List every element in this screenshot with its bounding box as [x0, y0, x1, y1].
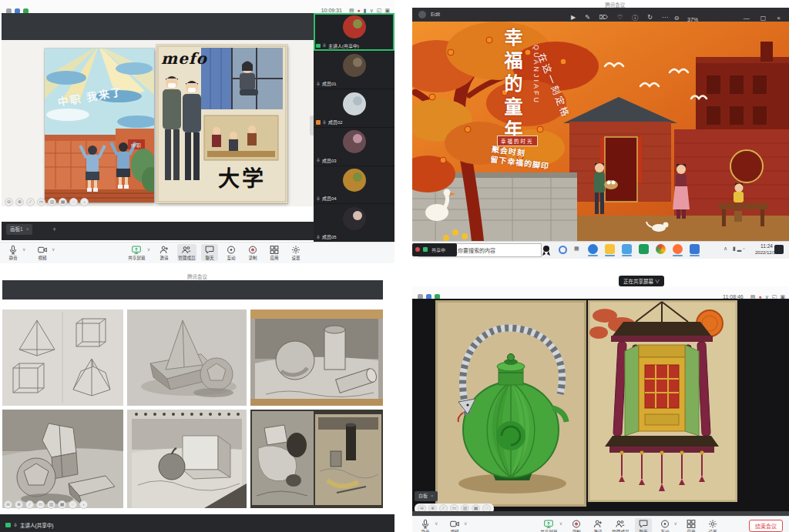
- settings-button[interactable]: 设置: [704, 518, 721, 532]
- tab-add-icon[interactable]: +: [52, 224, 56, 235]
- battery-icon[interactable]: ▮: [364, 8, 367, 13]
- favorite-icon[interactable]: ♡: [617, 14, 623, 21]
- windows-taskbar: 在这里输入你要搜索的内容 共享中 ▦ ∧ ▮▂◦ 11:24 2022/12/1…: [412, 241, 789, 259]
- maximize-icon[interactable]: ▢: [760, 15, 767, 22]
- annotation-tool-icon[interactable]: ▭: [36, 500, 45, 509]
- caret-down-icon[interactable]: ∨: [464, 520, 467, 526]
- zoom-out-icon[interactable]: ⊖: [674, 15, 680, 22]
- annotation-tool-icon[interactable]: ▦: [58, 500, 66, 509]
- annotation-tool-icon[interactable]: ∕: [439, 504, 448, 511]
- annotation-tool-icon[interactable]: ▦: [472, 504, 480, 511]
- annotation-tool-icon[interactable]: ⊖: [4, 500, 12, 509]
- annotation-tool-icon[interactable]: ›: [79, 500, 88, 509]
- info-icon[interactable]: ⓘ: [632, 15, 638, 22]
- sidebar-collapse-handle[interactable]: [310, 115, 314, 136]
- medal-icon[interactable]: [542, 245, 551, 256]
- slideshow-icon[interactable]: ▶: [571, 14, 576, 21]
- interact-button[interactable]: 互动: [223, 244, 240, 261]
- mic-button[interactable]: 静音: [5, 244, 22, 261]
- minimize-icon[interactable]: —: [744, 15, 750, 22]
- annotation-tool-icon[interactable]: ∕: [26, 198, 35, 206]
- members-button[interactable]: 管理成员: [177, 244, 196, 261]
- annotation-tool-icon[interactable]: ▭: [450, 504, 458, 511]
- caret-down-icon[interactable]: ∨: [52, 246, 55, 252]
- annotation-tool-icon[interactable]: ▥: [48, 198, 56, 206]
- annotation-tool-icon[interactable]: ⊕: [428, 504, 437, 511]
- tab-close-icon[interactable]: ×: [431, 491, 434, 501]
- rotate-icon[interactable]: ↻: [647, 14, 653, 21]
- annotation-tool-icon[interactable]: ▭: [37, 198, 45, 206]
- record-button[interactable]: 录制: [244, 244, 261, 261]
- annotation-tool-icon[interactable]: ▥: [461, 504, 469, 511]
- caret-down-icon[interactable]: ∨: [370, 8, 374, 13]
- annotation-tool-icon[interactable]: ›: [80, 198, 89, 206]
- viewer-edit-label[interactable]: Edit: [431, 12, 440, 17]
- tray-chevron-icon[interactable]: ∧: [724, 246, 727, 252]
- folder-icon[interactable]: [605, 244, 615, 254]
- edge-icon[interactable]: [588, 244, 598, 254]
- end-meeting-button[interactable]: 结束会议: [749, 520, 783, 532]
- share-screen-button[interactable]: 共享屏幕: [539, 518, 559, 532]
- fullscreen-icon[interactable]: ◱: [377, 8, 382, 13]
- settings-button[interactable]: 设置: [287, 244, 304, 261]
- more-icon[interactable]: ⋯: [662, 14, 668, 21]
- annotation-tool-icon[interactable]: ⊖: [5, 198, 13, 206]
- participant-tile[interactable]: 成员02: [314, 89, 394, 127]
- annotation-tool-icon[interactable]: ◌: [69, 500, 77, 509]
- document-tab[interactable]: 白板 ×: [415, 491, 438, 501]
- share-banner[interactable]: 正在共享屏幕 ∨: [619, 276, 664, 286]
- participant-tile[interactable]: 成员01: [314, 52, 394, 89]
- caret-down-icon[interactable]: ∨: [674, 520, 677, 526]
- participant-tile[interactable]: 成员05: [314, 204, 394, 242]
- invite-button[interactable]: 邀请: [589, 518, 606, 532]
- document-tab[interactable]: 画板1 ×: [6, 224, 32, 235]
- grid-icon[interactable]: ▤: [349, 8, 354, 13]
- apps-button[interactable]: 应用: [266, 244, 283, 261]
- draw-icon[interactable]: ✎: [585, 14, 590, 21]
- mic-button[interactable]: 静音: [417, 518, 434, 532]
- cortana-icon[interactable]: [559, 246, 567, 254]
- mail-icon[interactable]: [622, 244, 632, 254]
- camera-button[interactable]: 视频: [34, 244, 51, 261]
- annotation-tool-icon[interactable]: ⊖: [418, 504, 426, 511]
- annotation-tool-icon[interactable]: ⊕: [15, 500, 23, 509]
- interact-button[interactable]: 互动: [656, 518, 673, 532]
- meeting-float-controls[interactable]: 共享中: [412, 243, 457, 256]
- participant-tile[interactable]: 主讲人(共享中): [314, 13, 394, 51]
- mic-icon: [316, 196, 321, 201]
- task-view-icon[interactable]: ▦: [574, 246, 579, 252]
- chat-button[interactable]: 聊天: [635, 518, 652, 532]
- caret-down-icon[interactable]: ∨: [22, 246, 25, 252]
- photos-icon[interactable]: [690, 244, 700, 254]
- share-screen-button[interactable]: 共享屏幕: [127, 244, 146, 261]
- annotation-tool-icon[interactable]: ∕: [25, 500, 34, 509]
- sketch-photo-solid-group: [2, 410, 123, 508]
- apps-button[interactable]: 应用: [683, 518, 700, 532]
- app-logo-icon[interactable]: [418, 11, 426, 18]
- annotation-tool-icon[interactable]: ▥: [47, 500, 55, 509]
- annotation-tool-icon[interactable]: ◌: [69, 198, 78, 206]
- annotation-tool-icon[interactable]: ◌: [482, 504, 491, 511]
- green-app-icon[interactable]: [639, 244, 649, 254]
- tab-close-icon[interactable]: ×: [26, 224, 29, 235]
- caret-down-icon[interactable]: ∨: [435, 520, 438, 526]
- participant-tile[interactable]: 成员04: [314, 166, 394, 204]
- caret-down-icon[interactable]: ∨: [147, 246, 150, 252]
- shared-slide-area: 中职 我来了 中职: [2, 40, 314, 206]
- close-icon[interactable]: ×: [777, 15, 781, 22]
- annotation-tool-icon[interactable]: ⊕: [15, 198, 24, 206]
- caret-down-icon[interactable]: ∨: [559, 520, 562, 526]
- members-button[interactable]: 管理成员: [611, 518, 630, 532]
- chat-button[interactable]: 聊天: [201, 244, 218, 261]
- camera-button[interactable]: 视频: [446, 518, 463, 532]
- participant-tile[interactable]: 成员03: [314, 128, 394, 166]
- invite-button[interactable]: 邀请: [156, 244, 173, 261]
- annotation-tool-icon[interactable]: ▦: [59, 198, 67, 206]
- window-icon[interactable]: ▣: [384, 8, 390, 13]
- toolbar-label: 共享屏幕: [128, 254, 146, 260]
- meeting-tray-icon[interactable]: [774, 245, 784, 254]
- delete-icon[interactable]: ⌦: [599, 14, 608, 21]
- firefox-icon[interactable]: [673, 244, 683, 254]
- record-button[interactable]: 录制: [568, 518, 585, 532]
- chrome-icon[interactable]: [656, 244, 666, 254]
